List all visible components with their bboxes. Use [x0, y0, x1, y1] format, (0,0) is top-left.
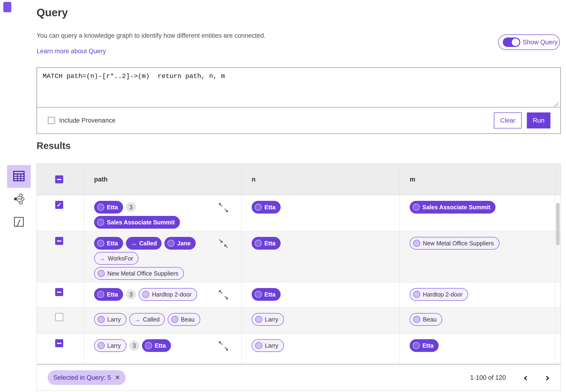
learn-more-link[interactable]: Learn more about Query	[37, 48, 106, 55]
query-toolbar: Include Provenance Clear Run	[37, 108, 560, 133]
pill-label: Sales Associate Summit	[107, 219, 175, 226]
node-pill[interactable]: Etta	[410, 339, 439, 352]
page-title: Query	[37, 6, 68, 19]
collapse-row-icon[interactable]: ↘↖	[218, 238, 228, 249]
expand-row-icon[interactable]: ↖↘	[218, 202, 228, 213]
n-cell: Etta	[241, 195, 399, 231]
path-cell: Larry3Etta↖↘	[84, 334, 241, 364]
toggle-switch-icon[interactable]	[503, 38, 520, 47]
n-cell: Larry	[241, 307, 399, 333]
node-pill[interactable]: Beau	[410, 313, 442, 326]
expand-row-icon[interactable]: ↖↘	[218, 289, 228, 300]
node-pill[interactable]: Etta	[94, 288, 123, 301]
checkbox-cell	[37, 307, 84, 333]
node-pill[interactable]: Jane	[164, 237, 196, 250]
toggle-knob	[512, 38, 519, 46]
diagonal-arrow-icon: ↘	[224, 294, 228, 300]
table-footer: Selected in Query: 5 ✕ 1-100 of 120 ‹ ›	[37, 364, 561, 391]
m-cell: Hardtop 2-door	[399, 282, 555, 307]
table-row[interactable]: Etta3Hardtop 2-door↖↘EttaHardtop 2-door	[37, 282, 561, 307]
clear-button[interactable]: Clear	[494, 112, 522, 128]
pill-label: Etta	[107, 204, 118, 211]
node-pill[interactable]: Larry	[252, 339, 284, 352]
node-circle-icon	[142, 291, 149, 298]
resize-handle-icon[interactable]	[554, 102, 558, 107]
edge-arrow-icon: →	[99, 255, 105, 261]
query-input[interactable]: MATCH path=(n)-[r*..2]->(m) return path,…	[37, 68, 560, 108]
pill-line: Beau	[410, 313, 442, 326]
node-pill[interactable]: Etta	[142, 339, 171, 352]
pill-line: Etta	[410, 339, 439, 352]
node-circle-icon	[168, 240, 174, 247]
node-pill[interactable]: Etta	[252, 288, 281, 301]
graph-view-button[interactable]	[7, 188, 31, 211]
node-pill[interactable]: Etta	[252, 237, 281, 250]
node-pill[interactable]: Larry	[252, 313, 284, 326]
node-pill[interactable]: Sales Associate Summit	[94, 216, 180, 229]
table-row[interactable]: Larry3Sales Associate SummitLarrySales A…	[37, 364, 561, 364]
node-pill[interactable]: Hardtop 2-door	[410, 288, 468, 301]
pill-label: Sales Associate Summit	[422, 204, 490, 211]
include-provenance-checkbox[interactable]	[48, 117, 55, 124]
node-pill[interactable]: Larry	[94, 313, 127, 326]
include-provenance-label: Include Provenance	[59, 117, 115, 124]
table-view-button[interactable]	[7, 165, 31, 188]
node-circle-icon	[413, 342, 420, 349]
path-cell: Etta→CalledJane→WorksForNew Metal Office…	[84, 231, 241, 282]
table-row[interactable]: Etta→CalledJane→WorksForNew Metal Office…	[37, 231, 561, 282]
node-pill[interactable]: Beau	[168, 313, 200, 326]
diagonal-arrow-icon: ↖	[224, 243, 228, 249]
pill-line: Larry	[252, 313, 284, 326]
row-checkbox[interactable]	[55, 288, 63, 296]
node-pill[interactable]: New Metal Office Suppliers	[94, 267, 184, 280]
path-cell: Etta3Hardtop 2-door↖↘	[84, 282, 241, 307]
node-pill[interactable]: Etta	[94, 201, 123, 213]
column-header-n[interactable]: n	[241, 164, 399, 195]
edge-pill[interactable]: →Called	[129, 313, 165, 326]
pill-line: Larry	[252, 339, 284, 352]
edge-pill[interactable]: →Called	[126, 237, 162, 250]
column-header-path[interactable]: path	[84, 164, 241, 195]
row-checkbox[interactable]	[55, 339, 63, 347]
table-header-row: path n m	[37, 164, 561, 195]
checkbox-cell	[37, 334, 84, 364]
close-icon[interactable]: ✕	[115, 374, 120, 381]
table-scrollbar-thumb[interactable]	[556, 203, 560, 245]
pill-label: Jane	[177, 240, 191, 247]
n-cell: Etta	[241, 282, 399, 307]
table-row[interactable]: Larry3Etta↖↘LarryEtta	[37, 334, 561, 364]
diagonal-arrow-icon: ↖	[218, 340, 223, 346]
select-all-checkbox[interactable]	[55, 175, 63, 183]
row-checkbox[interactable]	[55, 313, 63, 321]
edge-pill[interactable]: →WorksFor	[94, 252, 139, 265]
node-pill[interactable]: Etta	[94, 237, 123, 250]
node-pill[interactable]: New Metal Office Suppliers	[410, 237, 499, 250]
row-checkbox[interactable]	[55, 237, 63, 245]
pill-label: Etta	[422, 342, 433, 349]
pill-label: New Metal Office Suppliers	[423, 240, 494, 247]
node-pill[interactable]: Hardtop 2-door	[139, 288, 197, 301]
row-checkbox[interactable]: ✓	[55, 201, 63, 209]
table-row[interactable]: Larry→CalledBeauLarryBeau	[37, 307, 561, 334]
n-cell: Larry	[241, 364, 399, 364]
column-header-m[interactable]: m	[399, 164, 555, 195]
m-cell: Sales Associate Summit	[399, 364, 555, 364]
pill-line: Etta→CalledJane	[94, 237, 196, 250]
table-row[interactable]: ✓Etta3Sales Associate Summit↖↘EttaSales …	[37, 195, 561, 231]
show-query-toggle[interactable]: Show Query	[498, 34, 560, 50]
node-circle-icon	[255, 342, 262, 349]
purple-corner-marker	[3, 2, 11, 12]
chevron-left-icon[interactable]: ‹	[523, 372, 528, 383]
pill-label: Hardtop 2-door	[423, 291, 463, 298]
expand-row-icon[interactable]: ↖↘	[218, 340, 228, 351]
node-pill[interactable]: Etta	[252, 201, 281, 213]
node-circle-icon	[97, 204, 104, 211]
map-view-button[interactable]	[7, 211, 31, 234]
node-pill[interactable]: Larry	[94, 339, 127, 352]
node-circle-icon	[97, 219, 104, 226]
selected-in-query-chip[interactable]: Selected in Query: 5 ✕	[48, 370, 126, 385]
chevron-right-icon[interactable]: ›	[545, 372, 550, 383]
pill-label: WorksFor	[108, 255, 133, 262]
node-pill[interactable]: Sales Associate Summit	[410, 201, 495, 213]
run-button[interactable]: Run	[527, 112, 551, 128]
